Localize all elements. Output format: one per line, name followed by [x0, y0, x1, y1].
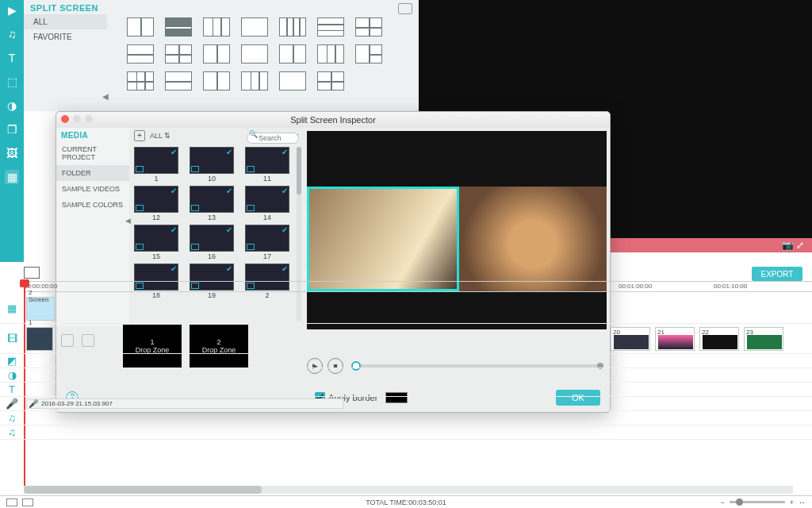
- split-template[interactable]: [127, 44, 154, 64]
- media-collapse-icon[interactable]: ◀: [124, 214, 131, 228]
- track-voice-icon[interactable]: 🎤: [0, 397, 24, 410]
- preview-frame-2[interactable]: [459, 187, 607, 291]
- split-template[interactable]: [355, 44, 382, 64]
- split-cat-all[interactable]: ALL: [24, 14, 107, 29]
- media-cat-sample-colors[interactable]: SAMPLE COLORS: [56, 197, 129, 213]
- zoom-icon[interactable]: [85, 115, 93, 123]
- split-template[interactable]: [165, 17, 192, 37]
- split-clip[interactable]: 2 Screen: [26, 297, 55, 321]
- ruler-mark: 00:01:10:00: [714, 283, 747, 290]
- split-template[interactable]: [279, 71, 306, 90]
- zoom-slider[interactable]: [730, 501, 785, 503]
- audio-clip[interactable]: 🎤2016-03-29 21.15.03.907: [26, 398, 343, 409]
- split-template[interactable]: [127, 17, 154, 37]
- timeline-h-scrollbar[interactable]: [24, 486, 793, 494]
- tab-text-icon[interactable]: T: [5, 51, 19, 65]
- split-template[interactable]: [241, 71, 268, 90]
- media-thumb[interactable]: ✔12: [134, 186, 178, 221]
- track-music-icon[interactable]: ♫: [0, 411, 24, 425]
- timeline-ruler[interactable]: 00:00:00:00 00:01:00:00 00:01:10:00: [24, 281, 812, 292]
- split-template[interactable]: [127, 71, 154, 90]
- media-thumb[interactable]: ✔16: [190, 225, 234, 260]
- split-template[interactable]: [203, 17, 230, 37]
- clip-thumb[interactable]: 23: [744, 327, 783, 351]
- preview-frame-1[interactable]: [307, 187, 459, 291]
- add-media-button[interactable]: +: [134, 130, 145, 141]
- track-music-icon[interactable]: ♫: [0, 425, 24, 439]
- media-thumb[interactable]: ✔10: [190, 147, 234, 183]
- tab-music-icon[interactable]: ♫: [5, 27, 19, 41]
- split-template[interactable]: [241, 44, 268, 64]
- thumb-label: 13: [190, 214, 234, 221]
- media-thumb[interactable]: ✔15: [134, 225, 178, 260]
- clip-thumb[interactable]: 20: [611, 327, 650, 351]
- check-icon: ✔: [170, 225, 177, 234]
- split-template[interactable]: [241, 17, 268, 37]
- split-template[interactable]: [317, 17, 344, 37]
- tab-filter-icon[interactable]: ◑: [5, 98, 19, 113]
- track-pip-icon[interactable]: ◩: [0, 354, 24, 368]
- export-button[interactable]: EXPORT: [752, 267, 802, 281]
- track-music-1: ♫: [0, 411, 812, 425]
- split-template[interactable]: [355, 17, 382, 37]
- video-clip[interactable]: 1: [26, 327, 53, 351]
- track-music-2: ♫: [0, 425, 812, 440]
- media-thumb[interactable]: ✔13: [190, 186, 234, 221]
- panel-collapse-icon[interactable]: ◀: [102, 89, 109, 105]
- status-grid-icon[interactable]: [22, 498, 33, 506]
- tab-element-icon[interactable]: 🖼: [5, 146, 19, 160]
- check-icon: ✔: [226, 187, 232, 195]
- check-icon: ✔: [170, 187, 177, 195]
- tab-overlay-icon[interactable]: ❐: [5, 122, 19, 137]
- split-cat-favorite[interactable]: FAVORITE: [24, 29, 107, 44]
- snapshot-icon[interactable]: 📷 ⤢: [782, 240, 804, 251]
- split-template[interactable]: [165, 71, 192, 90]
- track-splitscreen-icon[interactable]: ▦: [0, 294, 24, 323]
- media-filter-select[interactable]: ALL⇅: [150, 132, 170, 140]
- tab-transition-icon[interactable]: ⬚: [5, 75, 19, 89]
- status-view-icon[interactable]: [6, 498, 17, 506]
- track-text: T: [0, 383, 812, 397]
- grid-view-icon[interactable]: [398, 3, 412, 14]
- track-filter-icon[interactable]: ◑: [0, 368, 24, 382]
- split-template[interactable]: [279, 44, 306, 64]
- timeline-tool-icon[interactable]: [24, 267, 40, 279]
- check-icon: ✔: [282, 148, 288, 156]
- zoom-in-icon[interactable]: +: [790, 498, 794, 506]
- track-splitscreen: ▦ 2 Screen: [0, 294, 812, 324]
- split-template[interactable]: [203, 71, 230, 90]
- media-cat-sample-videos[interactable]: SAMPLE VIDEOS: [56, 181, 129, 197]
- mic-icon: 🎤: [29, 399, 38, 409]
- clip-thumb[interactable]: 21: [655, 327, 695, 351]
- minimize-icon[interactable]: [73, 115, 81, 123]
- check-icon: ✔: [282, 225, 288, 234]
- split-template[interactable]: [203, 44, 230, 64]
- media-thumb[interactable]: ✔14: [245, 186, 289, 221]
- split-template[interactable]: [165, 44, 192, 64]
- thumb-label: 10: [190, 175, 234, 183]
- tab-media-icon[interactable]: ▶: [5, 3, 19, 17]
- zoom-out-icon[interactable]: −: [720, 498, 724, 506]
- track-text-icon[interactable]: T: [0, 383, 24, 396]
- track-video-icon[interactable]: 🎞: [0, 324, 24, 353]
- ruler-mark: 00:01:00:00: [619, 283, 652, 290]
- window-controls[interactable]: [61, 115, 93, 123]
- media-thumb[interactable]: ✔17: [245, 225, 289, 260]
- media-title: MEDIA: [56, 128, 129, 141]
- clip-thumb[interactable]: 22: [699, 327, 739, 351]
- split-template[interactable]: [317, 71, 344, 90]
- close-icon[interactable]: [61, 115, 69, 123]
- tab-splitscreen-icon[interactable]: ▦: [5, 170, 19, 184]
- media-cat-current[interactable]: CURRENT PROJECT: [56, 141, 129, 165]
- fit-icon[interactable]: ↔: [799, 498, 806, 506]
- media-thumb[interactable]: ✔11: [245, 147, 289, 183]
- media-cat-folder[interactable]: FOLDER: [56, 165, 129, 181]
- track-pip: ◩: [0, 354, 812, 368]
- check-icon: ✔: [226, 264, 232, 273]
- split-template[interactable]: [279, 17, 306, 37]
- check-icon: ✔: [282, 264, 288, 273]
- media-thumb[interactable]: ✔1: [134, 147, 178, 183]
- chevron-updown-icon: ⇅: [164, 132, 170, 140]
- thumb-label: 16: [190, 252, 234, 260]
- split-template[interactable]: [317, 44, 344, 64]
